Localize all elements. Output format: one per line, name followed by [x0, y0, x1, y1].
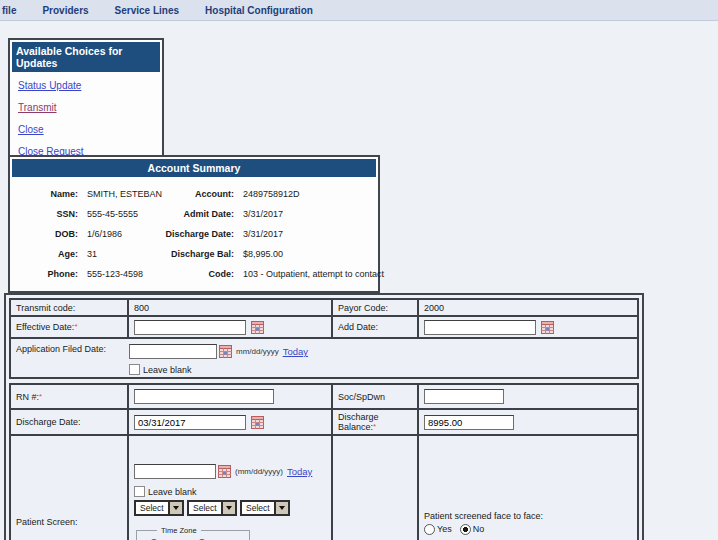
available-choices-title: Available Choices for Updates — [12, 42, 160, 72]
account-summary-panel: Account Summary Name: SMITH, ESTEBAN Acc… — [8, 155, 380, 293]
rn-input[interactable] — [134, 389, 274, 404]
account-value: 2489758912D — [234, 189, 374, 199]
link-transmit[interactable]: Transmit — [18, 102, 154, 113]
name-value: SMITH, ESTEBAN — [78, 189, 138, 199]
today-link[interactable]: Today — [287, 466, 312, 477]
date-format-hint: (mm/dd/yyyy) — [235, 467, 283, 476]
account-row-dob: DOB: 1/6/1986 Discharge Date: 3/31/2017 — [14, 224, 374, 244]
account-row-name: Name: SMITH, ESTEBAN Account: 2489758912… — [14, 184, 374, 204]
calendar-icon[interactable] — [251, 321, 264, 334]
yes-radio[interactable] — [424, 524, 435, 535]
face-to-face-cell: Patient screened face to face: Yes No — [418, 435, 638, 540]
account-label: Account: — [138, 189, 234, 199]
select-value: Select — [242, 502, 274, 514]
row-transmit-payor: Transmit code: 800 Payor Code: 2000 — [10, 299, 638, 316]
application-filed-cell: Application Filed Date: mm/dd/yyyy Today… — [10, 338, 638, 378]
phone-value: 555-123-4598 — [78, 269, 138, 279]
payor-code-value: 2000 — [418, 299, 638, 316]
nav-item-file[interactable]: file — [2, 5, 16, 16]
ssn-label: SSN: — [14, 209, 78, 219]
rn-label-cell: RN #:* — [10, 384, 128, 409]
name-label: Name: — [14, 189, 78, 199]
row-effective-add: Effective Date:* Add Date: — [10, 316, 638, 338]
leave-blank-checkbox[interactable] — [134, 486, 145, 497]
app-screen: file Providers Service Lines Hospital Co… — [0, 0, 718, 540]
date-format-hint: mm/dd/yyyy — [236, 347, 279, 356]
link-close[interactable]: Close — [18, 124, 154, 135]
today-link[interactable]: Today — [283, 346, 308, 357]
nav-item-service-lines[interactable]: Service Lines — [115, 5, 179, 16]
face-to-face-label: Patient screened face to face: — [424, 509, 632, 521]
screen-select-1[interactable]: Select — [134, 500, 184, 516]
chevron-down-icon — [221, 502, 235, 514]
patient-screen-cell: (mm/dd/yyyy) Today Leave blank Select — [128, 435, 332, 540]
form-table-bottom: RN #:* Soc/SpDwn Discharge Date: Dischar… — [9, 383, 639, 540]
nav-item-providers[interactable]: Providers — [42, 5, 88, 16]
top-nav: file Providers Service Lines Hospital Co… — [0, 0, 718, 21]
form-discharge-date-label: Discharge Date: — [10, 409, 128, 435]
no-radio[interactable] — [460, 524, 471, 535]
discharge-date-input[interactable] — [134, 415, 246, 430]
chevron-down-icon — [168, 502, 182, 514]
transmit-code-value: 800 — [128, 299, 332, 316]
link-status-update[interactable]: Status Update — [18, 80, 154, 91]
screen-select-3[interactable]: Select — [240, 500, 290, 516]
soc-spdwn-input[interactable] — [424, 389, 504, 404]
yes-label: Yes — [437, 524, 452, 534]
select-value: Select — [136, 502, 168, 514]
required-marker: * — [39, 392, 42, 401]
calendar-icon[interactable] — [541, 321, 554, 334]
payor-code-label: Payor Code: — [332, 299, 418, 316]
account-summary-body: Name: SMITH, ESTEBAN Account: 2489758912… — [12, 177, 376, 289]
calendar-icon[interactable] — [218, 465, 231, 478]
row-rn-soc: RN #:* Soc/SpDwn — [10, 384, 638, 409]
discharge-bal-value: $8,995.00 — [234, 249, 374, 259]
discharge-balance-input[interactable] — [424, 415, 514, 430]
dob-value: 1/6/1986 — [78, 229, 138, 239]
form-table-top: Transmit code: 800 Payor Code: 2000 Effe… — [9, 298, 639, 379]
discharge-date-label: Discharge Date: — [138, 229, 234, 239]
transmit-code-label: Transmit code: — [10, 299, 128, 316]
effective-date-label: Effective Date: — [16, 322, 74, 332]
application-filed-date-controls: mm/dd/yyyy Today Leave blank — [129, 344, 308, 375]
required-marker: * — [74, 322, 77, 331]
select-value: Select — [189, 502, 221, 514]
account-row-ssn: SSN: 555-45-5555 Admit Date: 3/31/2017 — [14, 204, 374, 224]
time-zone-legend: Time Zone — [157, 526, 201, 535]
screen-select-2[interactable]: Select — [187, 500, 237, 516]
code-value: 103 - Outpatient, attempt to contact — [234, 269, 384, 279]
update-form-container: Transmit code: 800 Payor Code: 2000 Effe… — [4, 293, 644, 540]
rn-cell — [128, 384, 332, 409]
application-filed-date-label: Application Filed Date: — [16, 344, 129, 354]
required-marker: * — [373, 422, 376, 431]
effective-date-label-cell: Effective Date:* — [10, 316, 128, 338]
discharge-bal-label: Discharge Bal: — [138, 249, 234, 259]
application-filed-date-input[interactable] — [129, 344, 217, 359]
calendar-icon[interactable] — [219, 345, 232, 358]
form-discharge-date-cell — [128, 409, 332, 435]
calendar-icon[interactable] — [251, 416, 264, 429]
row-patient-screen: Patient Screen: (mm/dd/yyyy) Today Leave… — [10, 435, 638, 540]
soc-spdwn-cell — [418, 384, 638, 409]
rn-label: RN #: — [16, 392, 39, 402]
face-to-face-yes-option[interactable]: Yes — [424, 524, 452, 535]
account-summary-title: Account Summary — [12, 159, 376, 177]
effective-date-input[interactable] — [134, 320, 246, 335]
dob-label: DOB: — [14, 229, 78, 239]
leave-blank-label: Leave blank — [143, 365, 192, 375]
nav-item-hospital-configuration[interactable]: Hospital Configuration — [205, 5, 313, 16]
soc-spdwn-label: Soc/SpDwn — [332, 384, 418, 409]
add-date-input[interactable] — [424, 320, 536, 335]
row-discharge: Discharge Date: Discharge Balance:* — [10, 409, 638, 435]
admit-date-label: Admit Date: — [138, 209, 234, 219]
leave-blank-checkbox[interactable] — [129, 364, 140, 375]
no-label: No — [473, 524, 485, 534]
patient-screen-date-input[interactable] — [134, 464, 216, 479]
age-value: 31 — [78, 249, 138, 259]
row-application-filed: Application Filed Date: mm/dd/yyyy Today… — [10, 338, 638, 378]
discharge-date-value: 3/31/2017 — [234, 229, 374, 239]
discharge-balance-cell — [418, 409, 638, 435]
face-to-face-no-option[interactable]: No — [460, 524, 485, 535]
empty-cell — [332, 435, 418, 540]
patient-screen-label: Patient Screen: — [10, 435, 128, 540]
